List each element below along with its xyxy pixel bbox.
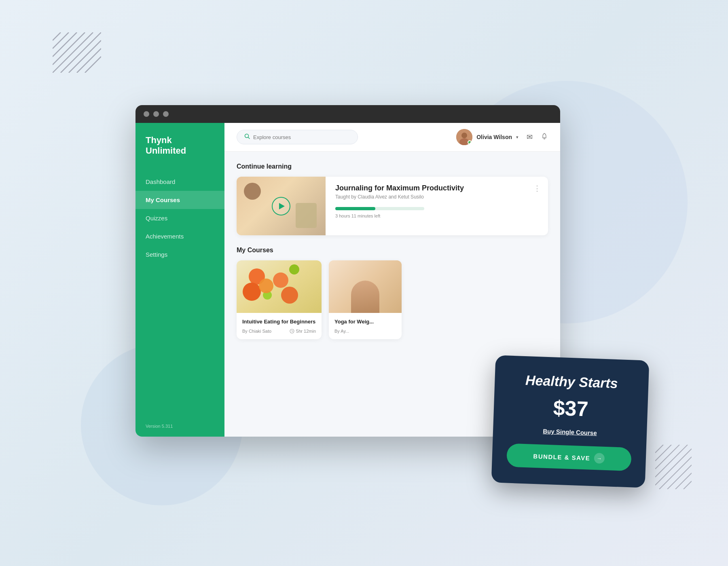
course-card-title-yoga: Yoga for Weig... bbox=[334, 319, 396, 325]
course-card-body-yoga: Yoga for Weig... By Ay... bbox=[329, 313, 402, 339]
lime-1 bbox=[289, 264, 299, 275]
header: Olivia Wilson ▾ ✉ bbox=[224, 123, 560, 152]
svg-line-17 bbox=[684, 481, 692, 489]
course-card-eating[interactable]: Intuitive Eating for Beginners By Chiaki… bbox=[237, 260, 322, 339]
header-right: Olivia Wilson ▾ ✉ bbox=[456, 129, 548, 145]
course-thumb-eating bbox=[237, 260, 322, 313]
orange-4 bbox=[281, 287, 298, 304]
sidebar-item-my-courses[interactable]: My Courses bbox=[135, 191, 224, 209]
clock-icon bbox=[290, 329, 294, 334]
svg-line-4 bbox=[53, 32, 93, 73]
play-button[interactable] bbox=[272, 197, 290, 215]
my-courses-title: My Courses bbox=[237, 247, 548, 254]
play-triangle-icon bbox=[279, 203, 285, 209]
orange-5 bbox=[259, 279, 273, 293]
svg-line-14 bbox=[659, 457, 692, 489]
sidebar-item-achievements[interactable]: Achievements bbox=[135, 227, 224, 245]
window-minimize-btn[interactable] bbox=[153, 111, 159, 117]
search-icon bbox=[244, 133, 250, 141]
svg-line-12 bbox=[655, 445, 688, 477]
svg-line-8 bbox=[85, 57, 101, 73]
window-maximize-btn[interactable] bbox=[163, 111, 169, 117]
svg-line-1 bbox=[53, 32, 69, 49]
progress-bar-background bbox=[335, 207, 424, 210]
course-card-title-eating: Intuitive Eating for Beginners bbox=[242, 319, 316, 325]
yoga-figure bbox=[351, 281, 379, 313]
online-indicator bbox=[468, 140, 472, 144]
more-options-icon[interactable]: ⋮ bbox=[533, 184, 541, 193]
sidebar-item-dashboard[interactable]: Dashboard bbox=[135, 173, 224, 191]
thumb-cup bbox=[244, 183, 261, 200]
promo-card: Healthy Starts $37 Buy Single Course BUN… bbox=[491, 355, 650, 488]
search-input[interactable] bbox=[253, 134, 350, 140]
svg-line-19 bbox=[248, 137, 250, 139]
sidebar-item-settings[interactable]: Settings bbox=[135, 245, 224, 264]
browser-titlebar bbox=[135, 105, 560, 123]
continue-thumbnail bbox=[237, 177, 326, 235]
course-card-yoga[interactable]: Yoga for Weig... By Ay... bbox=[329, 260, 402, 339]
course-meta-yoga: By Ay... bbox=[334, 329, 396, 334]
diagonal-lines-bottomright bbox=[655, 445, 692, 489]
svg-line-0 bbox=[53, 32, 61, 40]
promo-price: $37 bbox=[508, 394, 633, 423]
svg-line-5 bbox=[61, 32, 101, 73]
svg-line-9 bbox=[655, 445, 663, 453]
continue-learning-card[interactable]: ⋮ Journaling for Maximum Productivity Ta… bbox=[237, 177, 548, 235]
course-meta-eating: By Chiaki Sato 5hr 12min bbox=[242, 329, 316, 334]
sidebar-item-quizzes[interactable]: Quizzes bbox=[135, 209, 224, 227]
content-body: Continue learning ⋮ Journaling bbox=[224, 152, 560, 351]
search-bar[interactable] bbox=[237, 130, 358, 144]
course-card-body-eating: Intuitive Eating for Beginners By Chiaki… bbox=[237, 313, 322, 339]
continue-course-title: Journaling for Maximum Productivity bbox=[335, 184, 538, 192]
course-thumb-yoga bbox=[329, 260, 402, 313]
course-author-yoga: By Ay... bbox=[334, 329, 349, 334]
avatar bbox=[456, 129, 472, 145]
progress-bar-fill bbox=[335, 207, 375, 210]
mail-icon[interactable]: ✉ bbox=[527, 133, 533, 142]
window-close-btn[interactable] bbox=[144, 111, 149, 117]
bundle-save-button[interactable]: BUNDLE & SAVE → bbox=[506, 444, 632, 471]
bundle-arrow-icon: → bbox=[594, 453, 605, 464]
continue-course-instructor: Taught by Claudia Alvez and Ketut Susilo bbox=[335, 194, 538, 200]
bell-icon[interactable] bbox=[541, 133, 548, 142]
orange-2 bbox=[243, 283, 261, 301]
promo-title: Healthy Starts bbox=[509, 372, 634, 392]
buy-single-link[interactable]: Buy Single Course bbox=[543, 428, 597, 437]
course-author-eating: By Chiaki Sato bbox=[242, 329, 271, 334]
continue-learning-title: Continue learning bbox=[237, 163, 548, 170]
svg-point-21 bbox=[461, 133, 467, 138]
promo-single-course: Buy Single Course bbox=[508, 427, 632, 438]
courses-grid: Intuitive Eating for Beginners By Chiaki… bbox=[237, 260, 548, 339]
thumb-notebook bbox=[296, 203, 317, 228]
continue-info: ⋮ Journaling for Maximum Productivity Ta… bbox=[326, 177, 548, 235]
sidebar-version: Version 5.311 bbox=[135, 424, 224, 429]
svg-line-3 bbox=[53, 32, 85, 65]
diagonal-lines-topleft bbox=[53, 32, 101, 73]
course-duration-eating: 5hr 12min bbox=[290, 329, 316, 334]
sidebar: Thynk Unlimited Dashboard My Courses Qui… bbox=[135, 123, 224, 437]
svg-line-6 bbox=[69, 40, 101, 73]
user-name: Olivia Wilson bbox=[476, 134, 512, 140]
nav-list: Dashboard My Courses Quizzes Achievement… bbox=[135, 173, 224, 424]
orange-3 bbox=[273, 272, 288, 288]
user-info[interactable]: Olivia Wilson ▾ bbox=[456, 129, 518, 145]
chevron-down-icon: ▾ bbox=[516, 135, 518, 140]
bundle-label: BUNDLE & SAVE bbox=[533, 452, 590, 461]
eating-thumb-content bbox=[237, 260, 322, 313]
svg-line-10 bbox=[655, 445, 671, 461]
svg-line-16 bbox=[675, 473, 692, 489]
logo: Thynk Unlimited bbox=[135, 135, 224, 173]
time-left: 3 hours 11 minutes left bbox=[335, 213, 538, 218]
svg-line-13 bbox=[655, 449, 692, 485]
